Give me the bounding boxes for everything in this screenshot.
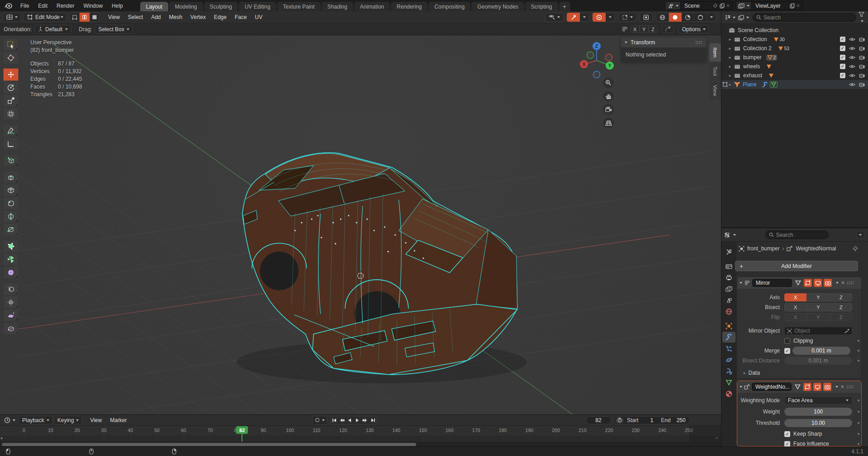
shading-dropdown[interactable]: [707, 13, 716, 22]
camera-icon[interactable]: [859, 37, 865, 42]
exclude-checkbox[interactable]: ✓: [840, 55, 845, 60]
camera-icon[interactable]: [859, 55, 865, 60]
viewlayer-selector[interactable]: ViewLayer ×: [736, 1, 803, 10]
exclude-checkbox[interactable]: ✓: [840, 73, 845, 78]
jump-to-start-button[interactable]: [331, 416, 338, 424]
tool-poly-build[interactable]: [3, 240, 19, 253]
eye-icon[interactable]: [849, 73, 855, 78]
visibility-dropdown[interactable]: [545, 13, 564, 22]
end-frame-field[interactable]: 250: [674, 417, 686, 423]
keep-sharp-checkbox[interactable]: ✓: [784, 431, 790, 437]
tool-cursor[interactable]: [3, 52, 19, 64]
properties-search-input[interactable]: Search: [765, 230, 829, 239]
tab-scene[interactable]: [722, 295, 735, 306]
car-model[interactable]: [242, 153, 517, 375]
workspace-tab-sculpting[interactable]: Sculpting: [204, 2, 238, 11]
tool-rip-region[interactable]: [3, 322, 19, 335]
navigation-gizmo[interactable]: Z X Y: [577, 38, 616, 80]
mirror-object-field[interactable]: Object: [784, 327, 852, 335]
camera-icon[interactable]: [859, 46, 865, 51]
eye-icon[interactable]: [849, 55, 855, 60]
expand-icon[interactable]: ▸: [728, 73, 732, 78]
new-scene-icon[interactable]: [720, 3, 725, 9]
play-reverse-button[interactable]: [346, 416, 354, 424]
tool-edge-slide[interactable]: [3, 283, 19, 296]
exclude-checkbox[interactable]: ✓: [840, 46, 845, 51]
tool-rotate[interactable]: [3, 81, 19, 94]
tab-world[interactable]: [722, 306, 735, 317]
xray-toggle[interactable]: [640, 13, 653, 22]
extras-dropdown-icon[interactable]: [836, 282, 839, 284]
tool-extrude[interactable]: [3, 171, 19, 183]
falloff-button[interactable]: [661, 25, 674, 33]
menu-file[interactable]: File: [16, 3, 33, 9]
timeline-editor-type-button[interactable]: [3, 416, 17, 425]
workspace-tab-animation[interactable]: Animation: [354, 2, 390, 11]
viewlayer-icon[interactable]: [736, 2, 752, 9]
merge-threshold-field[interactable]: 0.001 m: [792, 347, 850, 355]
drag-dropdown[interactable]: Select Box: [95, 25, 133, 34]
tool-shear[interactable]: [3, 309, 19, 322]
playback-dropdown[interactable]: Playback: [19, 416, 53, 425]
show-in-render-icon[interactable]: [823, 383, 831, 391]
pan-button[interactable]: [603, 91, 614, 102]
weighting-mode-dropdown[interactable]: Face Area: [784, 396, 852, 404]
outliner-row-collection[interactable]: ▸ Collection 30 ✓: [721, 35, 868, 44]
tab-particles[interactable]: [722, 343, 735, 354]
show-in-editmode-icon[interactable]: [794, 279, 802, 287]
extras-dropdown-icon[interactable]: [835, 386, 838, 388]
close-icon[interactable]: ×: [726, 3, 730, 9]
bisect-distance-field[interactable]: 0.001 m: [784, 357, 852, 365]
timeline-horizontal-scrollbar[interactable]: [2, 443, 416, 446]
weighted-normal-panel-header[interactable]: WeightedNo... ×: [737, 381, 861, 393]
exclude-checkbox[interactable]: ✓: [840, 64, 845, 69]
new-viewlayer-icon[interactable]: [790, 3, 795, 9]
tool-loop-cut[interactable]: [3, 210, 19, 223]
menu-help[interactable]: Help: [107, 3, 128, 9]
eye-icon[interactable]: [849, 37, 855, 42]
outliner-row-exhaust[interactable]: ▸ exhaust ✓: [721, 71, 868, 80]
menu-edge[interactable]: Edge: [210, 14, 231, 20]
bisect-y[interactable]: Y: [807, 303, 829, 311]
tab-material[interactable]: [722, 388, 735, 399]
data-subpanel[interactable]: ▸Data: [737, 369, 862, 377]
outliner-display-mode-button[interactable]: [737, 13, 750, 22]
tab-render[interactable]: [722, 261, 735, 272]
menu-vertex[interactable]: Vertex: [186, 14, 210, 20]
drag-grip-icon[interactable]: [847, 385, 854, 389]
menu-window[interactable]: Window: [79, 3, 107, 9]
scene-selector[interactable]: Scene ×: [665, 1, 733, 10]
workspace-tab-texture-paint[interactable]: Texture Paint: [277, 2, 321, 11]
outliner-row-plane[interactable]: ▸ Plane: [721, 80, 868, 89]
outliner-editor-type-button[interactable]: [723, 13, 737, 22]
tool-inset-faces[interactable]: [3, 184, 19, 197]
vertex-select-button[interactable]: [70, 13, 80, 22]
mirror-x-toggle[interactable]: X: [631, 25, 640, 33]
face-select-button[interactable]: [90, 13, 100, 22]
filter-icon[interactable]: [859, 12, 864, 24]
tab-physics[interactable]: [722, 354, 735, 365]
drag-grip-icon[interactable]: [696, 41, 702, 44]
menu-mesh[interactable]: Mesh: [165, 14, 186, 20]
close-icon[interactable]: ×: [841, 280, 844, 286]
tab-constraints[interactable]: [722, 366, 735, 376]
tab-modifiers[interactable]: [722, 332, 735, 343]
menu-edit[interactable]: Edit: [33, 3, 52, 9]
tab-object[interactable]: [722, 320, 735, 331]
orientation-dropdown[interactable]: Default: [34, 25, 71, 34]
flip-z[interactable]: Z: [830, 313, 852, 321]
workspace-tab-rendering[interactable]: Rendering: [391, 2, 427, 11]
expand-icon[interactable]: ▸: [728, 82, 732, 87]
clipping-checkbox[interactable]: [784, 338, 790, 344]
workspace-tab-compositing[interactable]: Compositing: [428, 2, 470, 11]
outliner-row-collection-2[interactable]: ▸ Collection 2 53 ✓: [721, 44, 868, 53]
workspace-tab-modeling[interactable]: Modeling: [169, 2, 203, 11]
flip-x[interactable]: X: [784, 313, 806, 321]
gizmos-dropdown[interactable]: [618, 13, 636, 22]
tool-annotate[interactable]: [3, 124, 19, 137]
tab-output[interactable]: [722, 272, 735, 283]
playhead-line[interactable]: [242, 433, 242, 442]
scene-icon[interactable]: [665, 2, 681, 9]
transform-panel-header[interactable]: Transform: [621, 38, 706, 47]
zoom-button[interactable]: [603, 77, 614, 88]
